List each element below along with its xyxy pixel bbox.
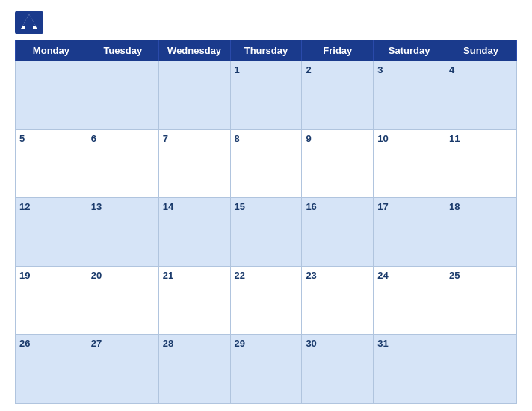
week-row-5: 262728293031 [16,335,517,404]
day-number: 27 [91,338,102,349]
weekday-header-sunday: Sunday [445,40,517,61]
day-cell-12: 12 [16,198,87,267]
day-number: 1 [235,64,240,75]
empty-cell [16,61,87,130]
day-number: 12 [19,201,30,212]
week-row-4: 19202122232425 [16,266,517,335]
weekday-header-tuesday: Tuesday [87,40,158,61]
week-row-3: 12131415161718 [16,198,517,267]
day-cell-31: 31 [374,335,445,404]
day-cell-6: 6 [87,129,158,198]
day-cell-5: 5 [16,129,87,198]
week-row-2: 567891011 [16,129,517,198]
day-number: 10 [377,133,388,144]
day-number: 23 [306,270,316,281]
day-number: 13 [91,201,102,212]
day-cell-8: 8 [230,129,302,198]
day-number: 29 [235,338,245,349]
day-cell-27: 27 [87,335,158,404]
day-cell-20: 20 [87,266,158,335]
day-number: 8 [235,133,240,144]
header [15,11,517,34]
day-cell-1: 1 [230,61,302,130]
svg-rect-3 [25,22,33,29]
day-cell-25: 25 [445,266,517,335]
day-number: 28 [163,338,173,349]
day-cell-17: 17 [374,198,445,267]
day-cell-14: 14 [158,198,230,267]
day-number: 15 [235,201,245,212]
weekday-header-row: MondayTuesdayWednesdayThursdayFridaySatu… [16,40,517,61]
day-number: 22 [235,270,245,281]
day-number: 2 [306,64,311,75]
day-number: 6 [91,133,96,144]
logo-icon [15,11,43,34]
day-number: 4 [449,64,454,75]
day-cell-23: 23 [302,266,374,335]
day-number: 16 [306,201,316,212]
day-cell-7: 7 [158,129,230,198]
weekday-header-monday: Monday [16,40,87,61]
day-cell-21: 21 [158,266,230,335]
day-number: 17 [377,201,388,212]
weekday-header-friday: Friday [302,40,374,61]
day-cell-13: 13 [87,198,158,267]
day-number: 21 [163,270,173,281]
day-cell-30: 30 [302,335,374,404]
day-number: 20 [91,270,102,281]
weekday-header-saturday: Saturday [374,40,445,61]
day-cell-26: 26 [16,335,87,404]
day-cell-15: 15 [230,198,302,267]
day-cell-18: 18 [445,198,517,267]
empty-cell [158,61,230,130]
calendar: MondayTuesdayWednesdayThursdayFridaySatu… [15,40,517,404]
week-row-1: 1234 [16,61,517,130]
day-number: 7 [163,133,168,144]
empty-cell [87,61,158,130]
day-number: 18 [449,201,460,212]
day-number: 11 [449,133,460,144]
day-cell-11: 11 [445,129,517,198]
weekday-header-thursday: Thursday [230,40,302,61]
day-cell-2: 2 [302,61,374,130]
day-number: 3 [377,64,383,75]
day-cell-24: 24 [374,266,445,335]
day-number: 26 [19,338,30,349]
day-number: 19 [19,270,30,281]
day-number: 5 [19,133,25,144]
day-cell-9: 9 [302,129,374,198]
day-cell-3: 3 [374,61,445,130]
logo [15,11,43,34]
day-cell-10: 10 [374,129,445,198]
day-cell-28: 28 [158,335,230,404]
day-cell-4: 4 [445,61,517,130]
day-number: 30 [306,338,316,349]
day-cell-29: 29 [230,335,302,404]
day-cell-19: 19 [16,266,87,335]
day-number: 14 [163,201,173,212]
day-cell-16: 16 [302,198,374,267]
empty-cell [445,335,517,404]
weekday-header-wednesday: Wednesday [158,40,230,61]
day-cell-22: 22 [230,266,302,335]
day-number: 25 [449,270,460,281]
day-number: 9 [306,133,311,144]
day-number: 24 [377,270,388,281]
day-number: 31 [377,338,388,349]
